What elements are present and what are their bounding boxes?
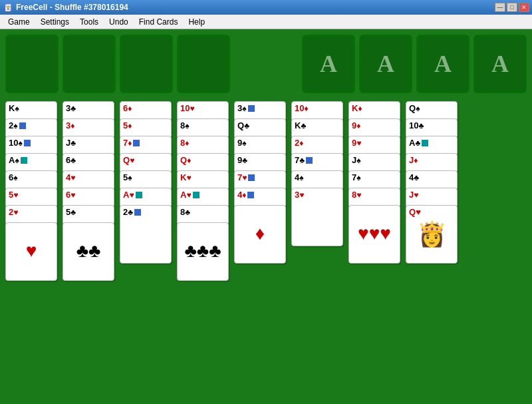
card[interactable]: ♥♥♥: [348, 205, 400, 264]
column-7[interactable]: K♦9♦9♥J♠7♠8♥ ♥♥♥: [348, 101, 402, 301]
free-cell-1[interactable]: [5, 35, 59, 93]
card[interactable]: Q♥ 👸: [406, 205, 458, 264]
column-5[interactable]: 3♠Q♣9♠9♣7♥4♦ ♦: [234, 101, 287, 301]
card[interactable]: 3♥: [291, 188, 343, 246]
menu-item-game[interactable]: Game: [3, 16, 35, 28]
game-area: A A A A K♠2♠10♠A♠6♠5♥2♥ ♥ 3♣3♦J♣6♣4♥6♥5♣…: [0, 29, 532, 404]
menu-item-find-cards[interactable]: Find Cards: [134, 16, 184, 28]
window-title: FreeCell - Shuffle #378016194: [16, 3, 128, 12]
menu-item-settings[interactable]: Settings: [35, 16, 74, 28]
menu-item-undo[interactable]: Undo: [104, 16, 134, 28]
title-bar: 🃏 FreeCell - Shuffle #378016194 — □ ✕: [0, 0, 532, 15]
close-button[interactable]: ✕: [519, 3, 529, 12]
card[interactable]: ♣♣: [63, 222, 114, 281]
foundation-4[interactable]: A: [473, 35, 527, 93]
menu-item-help[interactable]: Help: [183, 16, 210, 28]
foundation-1[interactable]: A: [302, 35, 355, 93]
card[interactable]: 2♣: [120, 205, 172, 264]
foundation-3[interactable]: A: [416, 35, 469, 93]
column-8[interactable]: Q♠10♣A♣J♦4♣J♥ Q♥ 👸: [406, 101, 459, 301]
free-cell-4[interactable]: [177, 35, 230, 93]
columns-row: K♠2♠10♠A♠6♠5♥2♥ ♥ 3♣3♦J♣6♣4♥6♥5♣ ♣♣ 6♦5♦…: [5, 101, 527, 301]
app-icon: 🃏: [3, 2, 13, 13]
column-1[interactable]: K♠2♠10♠A♠6♠5♥2♥ ♥: [5, 101, 59, 301]
column-2[interactable]: 3♣3♦J♣6♣4♥6♥5♣ ♣♣: [63, 101, 116, 301]
minimize-button[interactable]: —: [495, 3, 505, 12]
card[interactable]: ♣♣♣: [177, 222, 229, 281]
foundation-cells: A A A A: [302, 35, 527, 95]
column-3[interactable]: 6♦5♦7♦Q♥5♠A♥2♣: [120, 101, 173, 301]
column-4[interactable]: 10♥8♠8♦Q♦K♥A♥8♣ ♣♣♣: [177, 101, 230, 301]
foundation-2[interactable]: A: [359, 35, 412, 93]
card[interactable]: ♦: [234, 205, 286, 264]
window-controls: — □ ✕: [495, 3, 529, 12]
menu-item-tools[interactable]: Tools: [74, 16, 104, 28]
free-cell-2[interactable]: [63, 35, 116, 93]
card[interactable]: ♥: [5, 222, 57, 281]
column-6[interactable]: 10♦K♣2♦7♣4♠3♥: [291, 101, 344, 301]
menu-bar: GameSettingsToolsUndoFind CardsHelp: [0, 15, 532, 29]
top-row: A A A A: [5, 35, 527, 95]
maximize-button[interactable]: □: [507, 3, 517, 12]
free-cells: [5, 35, 230, 95]
free-cell-3[interactable]: [120, 35, 173, 93]
